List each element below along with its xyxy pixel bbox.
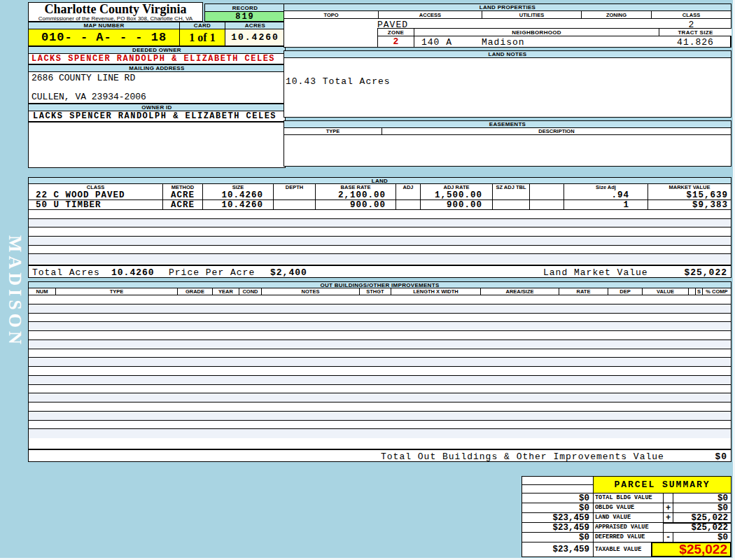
ob-col-type: TYPE	[56, 288, 178, 295]
acres-value: 10.4260	[225, 29, 286, 46]
ob-col-blank	[689, 288, 696, 295]
land-col-class: CLASS	[29, 184, 163, 190]
ob-col-rate: RATE	[559, 288, 608, 295]
easements-body-box	[284, 134, 732, 167]
out-buildings-empty-rows	[28, 295, 732, 449]
empty-table-row	[29, 393, 731, 402]
empty-table-row	[29, 340, 731, 349]
empty-table-row	[29, 358, 731, 367]
empty-table-row	[29, 246, 731, 255]
ps-value-taxable: $25,022	[651, 542, 732, 557]
ps-prior-land: $23,459	[522, 512, 594, 523]
land-col-size-adj: Size Adj	[564, 184, 648, 190]
county-title: Charlotte County Virginia	[29, 4, 202, 15]
address-line-2: CULLEN, VA 23934-2006	[31, 92, 285, 102]
card-value: 1 of 1	[179, 29, 225, 46]
land-market-value-label: Land Market Value	[543, 267, 648, 278]
empty-table-row	[29, 402, 731, 412]
ob-col-area-size: AREA/SIZE	[481, 288, 559, 295]
price-per-acre-value: $2,400	[270, 267, 307, 278]
land-properties-values-box: PAVED 2 ZONE NEIGHBORHOOD TRACT SIZE 2 1…	[284, 18, 732, 48]
ps-prior-obldg: $0	[522, 503, 594, 513]
total-acres-value: 10.4260	[111, 267, 155, 278]
ps-op-deferred: -	[663, 532, 673, 542]
owner-id-value: LACKS SPENCER RANDOLPH & ELIZABETH CELES	[28, 111, 286, 122]
empty-table-row	[29, 210, 731, 219]
empty-table-row	[29, 349, 731, 358]
record-value: 819	[204, 11, 286, 22]
neighborhood-code: 140 A	[421, 37, 452, 48]
empty-table-row	[29, 367, 731, 376]
easement-type-label: TYPE	[284, 128, 382, 134]
ps-label-land: LAND VALUE	[593, 512, 664, 523]
land-notes-text: 10.43 Total Acres	[286, 76, 391, 87]
ob-col-grade: GRADE	[178, 288, 213, 295]
zoning-column-label: ZONING	[582, 11, 652, 18]
price-per-acre-label: Price Per Acre	[169, 267, 255, 278]
total-acres-label: Total Acres	[32, 267, 100, 278]
out-buildings-total-label: Total Out Buildings & Other Improvements…	[381, 451, 664, 462]
empty-table-row	[29, 385, 731, 394]
zone-label: ZONE	[378, 29, 414, 36]
empty-table-row	[29, 429, 731, 438]
empty-table-row	[29, 421, 731, 430]
ob-col-year: YEAR	[213, 288, 239, 295]
county-header-box: Charlotte County Virginia Commissioner o…	[28, 2, 203, 22]
land-table-row: 50 U TIMBER ACRE 10.4260 900.00 900.00 1…	[28, 200, 732, 210]
map-number-value: 010- - A- - - 18	[28, 29, 180, 46]
mailing-address-box: 2686 COUNTY LINE RD CULLEN, VA 23934-200…	[28, 71, 286, 104]
land-col-sz-adj-tbl: SZ ADJ TBL	[493, 184, 530, 190]
ob-col-dep: DEP	[608, 288, 643, 295]
out-buildings-total-value: $0	[715, 451, 727, 462]
ob-col-length-width: LENGTH X WIDTH	[391, 288, 481, 295]
ob-col-notes: NOTES	[262, 288, 360, 295]
empty-table-row	[29, 331, 731, 340]
empty-table-row	[29, 376, 731, 385]
land-col-size: SIZE	[203, 184, 274, 190]
utilities-column-label: UTILITIES	[482, 11, 582, 18]
ob-col-num: NUM	[29, 288, 56, 295]
land-totals-row: Total Acres 10.4260 Price Per Acre $2,40…	[28, 265, 732, 278]
ps-value-obldg: $0	[673, 503, 732, 513]
ps-label-obldg: OBLDG VALUE	[593, 503, 664, 513]
ps-label-deferred: DEFERRED VALUE	[593, 532, 664, 542]
ps-prior-total-bldg: $0	[522, 493, 594, 503]
county-subtitle: Commissioner of the Revenue, PO Box 308,…	[29, 15, 202, 22]
empty-table-row	[29, 227, 731, 237]
district-vertical-label: MADISON	[4, 235, 25, 348]
ps-label-appraised: APPRAISED VALUE	[593, 522, 664, 533]
land-col-market-value: MARKET VALUE	[648, 184, 731, 190]
zone-value: 2	[378, 36, 414, 47]
out-buildings-header-row: NUM TYPE GRADE YEAR COND NOTES STHGT LEN…	[28, 288, 732, 295]
neighborhood-label: NEIGHBORHOOD	[414, 29, 659, 36]
land-table-empty-rows	[28, 210, 732, 265]
out-buildings-total-row: Total Out Buildings & Other Improvements…	[28, 449, 732, 462]
ps-prior-deferred: $0	[522, 532, 594, 542]
land-col-depth: DEPTH	[274, 184, 316, 190]
land-notes-box: 10.43 Total Acres	[284, 57, 732, 118]
land-col-adj: ADJ	[396, 184, 421, 190]
ps-label-taxable: TAXABLE VALUE	[593, 542, 652, 557]
ps-value-total-bldg: $0	[673, 493, 732, 503]
property-record-card: MADISON Charlotte County Virginia Commis…	[0, 0, 735, 560]
address-line-1: 2686 COUNTY LINE RD	[31, 73, 285, 83]
land-market-value-total: $25,022	[684, 267, 727, 278]
land-col-blank	[530, 184, 564, 190]
empty-table-row	[29, 412, 731, 421]
ps-prior-appraised: $23,459	[522, 522, 594, 533]
ps-op-obldg: +	[663, 503, 673, 513]
tract-size-label: TRACT SIZE	[659, 29, 732, 36]
ob-col-s: S	[696, 288, 703, 295]
ob-col-sthgt: STHGT	[360, 288, 391, 295]
deeded-owner-value: LACKS SPENCER RANDOLPH & ELIZABETH CELES	[28, 53, 286, 64]
empty-table-row	[29, 219, 731, 228]
land-col-method: METHOD	[163, 184, 203, 190]
empty-table-row	[29, 237, 731, 246]
land-table-row: 22 C WOOD PAVED ACRE 10.4260 2,100.00 1,…	[28, 190, 732, 200]
land-col-base-rate: BASE RATE	[316, 184, 396, 190]
ps-value-deferred: $0	[673, 532, 732, 542]
class-column-label: CLASS	[652, 11, 731, 18]
ps-op-total-bldg	[663, 493, 673, 503]
zone-subtable: ZONE NEIGHBORHOOD TRACT SIZE 2 140 A Mad…	[377, 28, 731, 48]
owner-notes-empty-box	[28, 122, 286, 168]
